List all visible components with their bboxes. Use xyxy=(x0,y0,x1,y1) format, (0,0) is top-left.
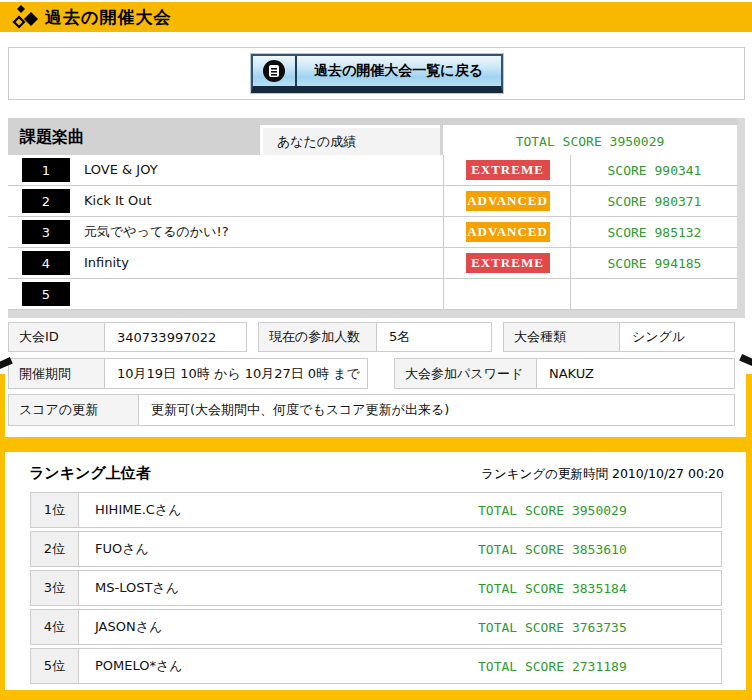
difficulty-cell: EXTREME xyxy=(443,155,571,185)
player-total-score: TOTAL SCORE 3835184 xyxy=(478,571,627,605)
password-value: NAKUZ xyxy=(537,359,734,388)
song-title: Infinity xyxy=(84,248,129,278)
total-score-value: TOTAL SCORE 3950029 xyxy=(443,125,737,155)
rank-label: 2位 xyxy=(31,532,79,566)
song-score xyxy=(570,279,738,309)
ranking-section: ランキング上位者 ランキングの更新時間 2010/10/27 00:20 1位 … xyxy=(0,437,752,700)
tournament-id-value: 340733997022 xyxy=(105,323,246,351)
participants-label: 現在の参加人数 xyxy=(259,323,377,351)
difficulty-cell xyxy=(443,279,571,309)
ranking-updated-time: ランキングの更新時間 2010/10/27 00:20 xyxy=(481,466,724,483)
back-to-list-button[interactable]: 過去の開催大会一覧に戻る xyxy=(251,54,503,93)
song-row: 3 元気でやってるのかい!? ADVANCED SCORE 985132 xyxy=(8,217,737,248)
right-edge-accent xyxy=(739,354,752,367)
song-title: Kick It Out xyxy=(84,186,152,216)
info-tournament-id: 大会ID 340733997022 xyxy=(8,322,247,352)
difficulty-badge: EXTREME xyxy=(466,160,550,180)
period-label: 開催期間 xyxy=(9,359,105,388)
player-total-score: TOTAL SCORE 2731189 xyxy=(478,649,627,683)
rank-label: 3位 xyxy=(31,571,79,605)
ranking-title: ランキング上位者 xyxy=(29,464,151,483)
player-name: JASONさん xyxy=(95,610,162,644)
song-table: 課題楽曲 あなたの成績 TOTAL SCORE 3950029 1 LOVE &… xyxy=(8,118,745,318)
page: 過去の開催大会 過去の開催大会一覧に戻る 課題楽曲 あなたの成績 TOTAL S… xyxy=(0,0,752,700)
page-header: 過去の開催大会 xyxy=(0,2,752,32)
rank-label: 4位 xyxy=(31,610,79,644)
left-edge-strip xyxy=(0,374,5,437)
diamonds-icon xyxy=(12,4,39,31)
song-title: 元気でやってるのかい!? xyxy=(84,217,229,247)
type-label: 大会種類 xyxy=(504,323,620,351)
difficulty-badge: EXTREME xyxy=(466,253,550,273)
tournament-id-label: 大会ID xyxy=(9,323,105,351)
song-score: SCORE 980371 xyxy=(570,186,738,216)
period-value: 10月19日 10時 から 10月27日 0時 まで xyxy=(105,359,367,388)
difficulty-cell: ADVANCED xyxy=(443,186,571,216)
info-password: 大会参加パスワード NAKUZ xyxy=(394,358,735,389)
rank-label: 1位 xyxy=(31,493,79,527)
song-row: 5 xyxy=(8,279,737,310)
song-title: LOVE & JOY xyxy=(84,155,158,185)
participants-value: 5名 xyxy=(377,323,491,351)
password-label: 大会参加パスワード xyxy=(395,359,537,388)
song-number: 5 xyxy=(22,282,70,306)
song-score: SCORE 990341 xyxy=(570,155,738,185)
song-row: 4 Infinity EXTREME SCORE 994185 xyxy=(8,248,737,279)
song-row: 1 LOVE & JOY EXTREME SCORE 990341 xyxy=(8,155,737,186)
info-participants: 現在の参加人数 5名 xyxy=(258,322,492,352)
ranking-row: 3位 MS-LOSTさん TOTAL SCORE 3835184 xyxy=(30,570,722,606)
player-name: POMELO*さん xyxy=(95,649,183,683)
difficulty-cell: ADVANCED xyxy=(443,217,571,247)
column-songs-label: 課題楽曲 xyxy=(20,118,84,155)
song-score: SCORE 985132 xyxy=(570,217,738,247)
button-panel: 過去の開催大会一覧に戻る xyxy=(8,47,745,100)
info-score-update: スコアの更新 更新可(大会期間中、何度でもスコア更新が出来る) xyxy=(8,394,735,426)
song-row: 2 Kick It Out ADVANCED SCORE 980371 xyxy=(8,186,737,217)
song-number: 3 xyxy=(22,220,70,244)
player-name: FUOさん xyxy=(95,532,149,566)
song-number: 2 xyxy=(22,189,70,213)
info-period: 開催期間 10月19日 10時 から 10月27日 0時 まで xyxy=(8,358,368,389)
right-edge-strip xyxy=(746,374,752,437)
difficulty-badge: ADVANCED xyxy=(466,222,550,242)
player-name: MS-LOSTさん xyxy=(95,571,179,605)
rank-label: 5位 xyxy=(31,649,79,683)
song-number: 4 xyxy=(22,251,70,275)
song-table-header: 課題楽曲 あなたの成績 TOTAL SCORE 3950029 xyxy=(8,118,737,155)
type-value: シングル xyxy=(620,323,734,351)
ranking-panel: ランキング上位者 ランキングの更新時間 2010/10/27 00:20 1位 … xyxy=(5,452,746,690)
ranking-row: 2位 FUOさん TOTAL SCORE 3853610 xyxy=(30,531,722,567)
difficulty-cell: EXTREME xyxy=(443,248,571,278)
song-number: 1 xyxy=(22,158,70,182)
document-icon xyxy=(253,56,297,86)
song-score: SCORE 994185 xyxy=(570,248,738,278)
player-name: HIHIME.Cさん xyxy=(95,493,181,527)
column-your-result-label: あなたの成績 xyxy=(260,125,440,155)
page-title: 過去の開催大会 xyxy=(45,6,171,29)
score-update-value: 更新可(大会期間中、何度でもスコア更新が出来る) xyxy=(139,395,734,425)
difficulty-badge: ADVANCED xyxy=(466,191,550,211)
ranking-row: 4位 JASONさん TOTAL SCORE 3763735 xyxy=(30,609,722,645)
player-total-score: TOTAL SCORE 3853610 xyxy=(478,532,627,566)
ranking-row: 5位 POMELO*さん TOTAL SCORE 2731189 xyxy=(30,648,722,684)
info-type: 大会種類 シングル xyxy=(503,322,735,352)
ranking-row: 1位 HIHIME.Cさん TOTAL SCORE 3950029 xyxy=(30,492,722,528)
back-to-list-button-label: 過去の開催大会一覧に戻る xyxy=(297,56,501,86)
player-total-score: TOTAL SCORE 3950029 xyxy=(478,493,627,527)
score-update-label: スコアの更新 xyxy=(9,395,139,425)
player-total-score: TOTAL SCORE 3763735 xyxy=(478,610,627,644)
